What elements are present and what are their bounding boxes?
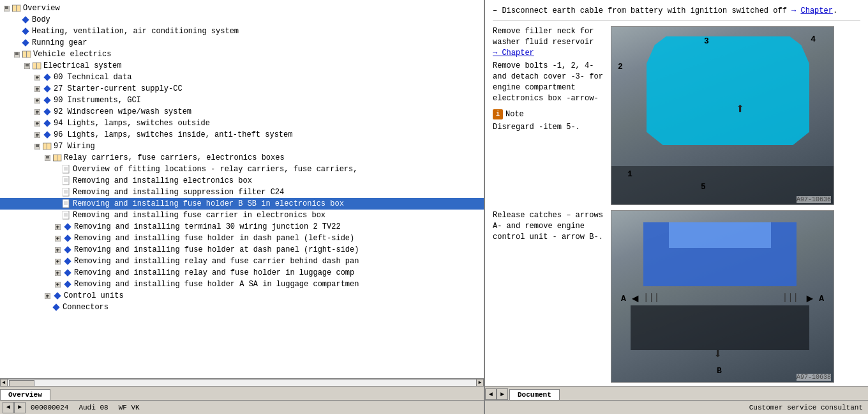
- note-text: Disregard -item 5-.: [493, 122, 606, 133]
- right-nav-back[interactable]: ◄: [485, 388, 497, 400]
- svg-rect-40: [43, 119, 50, 126]
- svg-rect-6: [22, 16, 29, 23]
- status-code: 000000024: [31, 404, 68, 411]
- label-4: 4: [811, 34, 816, 44]
- tab-overview[interactable]: Overview: [0, 389, 50, 400]
- tree-item-rem-fuse-dash-r[interactable]: Removing and installing fuse holder at d…: [0, 244, 484, 256]
- right-nav-fwd[interactable]: ►: [497, 388, 508, 400]
- expand-icon-relay[interactable]: [43, 154, 51, 162]
- doc-icon-rem-suppress: [61, 187, 71, 197]
- bolts-text: Remove bolts -1, 2, 4- and detach cover …: [493, 61, 606, 103]
- expand-icon-94-lights[interactable]: [33, 119, 41, 127]
- arrow-left: ◄: [632, 293, 639, 305]
- scroll-track[interactable]: [8, 379, 476, 387]
- tree-item-97-wiring[interactable]: 97 Wiring: [0, 141, 484, 152]
- expand-icon-27-starter[interactable]: [33, 85, 41, 93]
- chapter-link-2[interactable]: → Chapter: [493, 49, 534, 57]
- right-content[interactable]: – Disconnect earth cable from battery wi…: [485, 0, 868, 386]
- tree-item-label-96-lights: 96 Lights, lamps, switches inside, anti-…: [54, 130, 292, 139]
- svg-rect-55: [57, 155, 57, 161]
- doc-icon-overview-fitting: [61, 164, 71, 174]
- scroll-right-btn[interactable]: ►: [476, 379, 484, 387]
- tree-item-hvac[interactable]: Heating, ventilation, air conditioning s…: [0, 26, 484, 37]
- tree-item-rem-suppress[interactable]: Removing and installing suppression filt…: [0, 187, 484, 198]
- tree-item-overview-fitting[interactable]: Overview of fitting locations - relay ca…: [0, 164, 484, 175]
- tree-item-00-tech[interactable]: 00 Technical data: [0, 72, 484, 83]
- tree-item-body[interactable]: Body: [0, 14, 484, 26]
- tab-document[interactable]: Document: [509, 389, 560, 400]
- tree-item-overview[interactable]: Overview: [0, 3, 484, 14]
- nav-fwd-btn[interactable]: ►: [14, 402, 26, 413]
- expand-icon-00-tech[interactable]: [33, 73, 41, 81]
- tree-item-label-connectors: Connectors: [63, 303, 108, 312]
- tree-item-label-94-lights: 94 Lights, lamps, switches outside: [54, 119, 210, 128]
- tree-item-label-rem-elec-box: Removing and installing electronics box: [73, 176, 252, 185]
- tree-item-92-wiper[interactable]: 92 Windscreen wipe/wash system: [0, 106, 484, 118]
- tree-item-rem-elec-box[interactable]: Removing and installing electronics box: [0, 175, 484, 187]
- engine-image-2: A ◄ ||| ||| ► A ⬇ B: [611, 210, 834, 383]
- tree-item-label-90-inst: 90 Instruments, GCI: [54, 96, 141, 105]
- tree-item-27-starter[interactable]: 27 Starter-current supply-CC: [0, 83, 484, 95]
- tree-item-running[interactable]: Running gear: [0, 37, 484, 49]
- note-label: Note: [505, 109, 524, 120]
- arrow-right: ►: [806, 293, 813, 305]
- tree-item-label-rem-fuse-sa: Removing and installing fuse holder A SA…: [74, 280, 359, 289]
- expand-icon-92-wiper[interactable]: [33, 108, 41, 116]
- label-a-left: A: [621, 294, 626, 303]
- expand-icon-control-units[interactable]: [43, 292, 51, 300]
- note-icon: i: [493, 109, 503, 119]
- scroll-thumb[interactable]: [9, 380, 34, 387]
- image-col-2: A ◄ ||| ||| ► A ⬇ B: [611, 210, 860, 383]
- tree-item-rem-fuse-dash-l[interactable]: Removing and installing fuse holder in d…: [0, 233, 484, 244]
- horizontal-scrollbar[interactable]: ◄ ►: [0, 378, 484, 386]
- diamond-icon-rem-fuse-dash-r: [63, 245, 73, 255]
- expand-icon-rem-fuse-dash-r[interactable]: [54, 246, 61, 254]
- expand-icon-rem-fuse-dash-l[interactable]: [54, 234, 61, 242]
- svg-rect-105: [52, 303, 59, 310]
- image-row-1: Remove filler neck for washer fluid rese…: [493, 26, 860, 205]
- tree-item-96-lights[interactable]: 96 Lights, lamps, switches inside, anti-…: [0, 129, 484, 141]
- tree-item-label-00-tech: 00 Technical data: [54, 73, 131, 82]
- svg-rect-19: [36, 63, 37, 69]
- tree-item-rem-relay-lug[interactable]: Removing and installing relay and fuse h…: [0, 267, 484, 279]
- expand-icon-elec-sys[interactable]: [23, 62, 31, 70]
- tree-item-90-inst[interactable]: 90 Instruments, GCI: [0, 95, 484, 106]
- expand-icon-vehicle-elec[interactable]: [13, 50, 20, 58]
- expand-icon-overview[interactable]: [3, 4, 10, 12]
- expand-icon-90-inst[interactable]: [33, 96, 41, 104]
- tree-area[interactable]: OverviewBodyHeating, ventilation, air co…: [0, 0, 484, 378]
- svg-rect-28: [43, 85, 50, 92]
- tree-item-relay[interactable]: Relay carriers, fuse carriers, electroni…: [0, 152, 484, 164]
- svg-rect-104: [54, 292, 61, 299]
- tree-item-vehicle-elec[interactable]: Vehicle electrics: [0, 49, 484, 60]
- label-3: 3: [704, 36, 709, 46]
- tree-item-elec-sys[interactable]: Electrical system: [0, 60, 484, 72]
- expand-icon-rem-relay-lug[interactable]: [54, 269, 61, 277]
- expand-icon-rem-relay-dash[interactable]: [54, 257, 61, 265]
- tree-item-control-units[interactable]: Control units: [0, 290, 484, 302]
- tree-item-rem-relay-dash[interactable]: Removing and installing relay and fuse c…: [0, 256, 484, 267]
- svg-rect-49: [47, 143, 47, 150]
- disconnect-text: – Disconnect earth cable from battery wi…: [493, 6, 787, 15]
- tree-item-rem-terminal30[interactable]: Removing and installing terminal 30 wiri…: [0, 221, 484, 233]
- diamond-icon-90-inst: [42, 95, 52, 105]
- expand-icon-96-lights[interactable]: [33, 131, 41, 139]
- nav-back-btn[interactable]: ◄: [3, 402, 14, 413]
- expand-icon-rem-terminal30[interactable]: [54, 223, 61, 231]
- chapter-link-1[interactable]: Chapter: [800, 6, 832, 15]
- tree-item-94-lights[interactable]: 94 Lights, lamps, switches outside: [0, 118, 484, 129]
- tree-item-label-rem-fuse-carrier: Removing and installing fuse carrier in …: [73, 211, 326, 220]
- tree-item-rem-fuse-carrier[interactable]: Removing and installing fuse carrier in …: [0, 210, 484, 221]
- expand-icon-97-wiring[interactable]: [33, 142, 41, 150]
- tree-item-rem-fuse-sa[interactable]: Removing and installing fuse holder A SA…: [0, 279, 484, 290]
- right-tabs-bar: ◄ ► Document: [485, 386, 868, 400]
- status-model: Audi 08: [79, 404, 108, 411]
- lines-left: |||: [643, 293, 659, 303]
- scroll-left-btn[interactable]: ◄: [0, 379, 8, 387]
- expand-icon-rem-fuse-sa[interactable]: [54, 280, 61, 288]
- image-1-caption: A97-10636: [797, 196, 831, 203]
- tree-item-rem-fuse-sb[interactable]: Removing and installing fuse holder B SB…: [0, 198, 484, 210]
- label-5: 5: [701, 182, 706, 192]
- tree-item-connectors[interactable]: Connectors: [0, 302, 484, 313]
- arrow-up-indicator: ⬆: [736, 100, 744, 118]
